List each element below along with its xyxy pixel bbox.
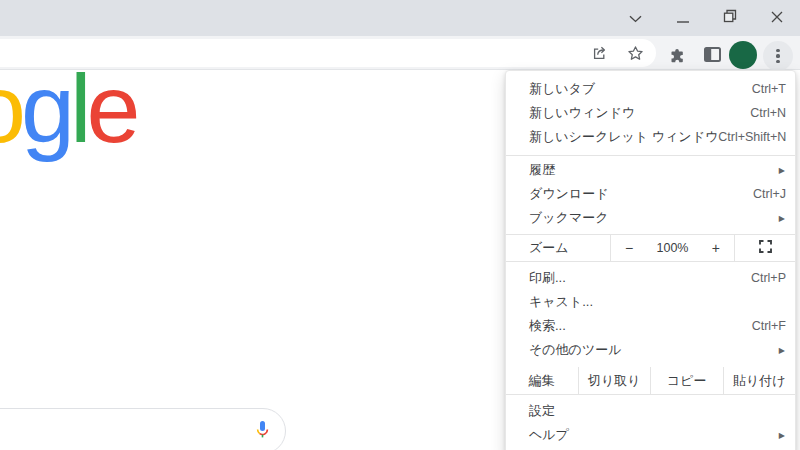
menu-item-label: ブックマーク xyxy=(529,209,779,227)
menu-item-settings[interactable]: 設定 xyxy=(506,399,795,423)
menu-item-label: キャスト... xyxy=(529,293,786,311)
share-icon[interactable] xyxy=(592,45,609,65)
menu-zoom-row: ズーム − 100% + xyxy=(506,234,795,262)
menu-item-cast[interactable]: キャスト... xyxy=(506,290,795,314)
menu-edit-row: 編集 切り取り コピー 貼り付け xyxy=(506,367,795,395)
submenu-arrow-icon: ▶ xyxy=(779,166,785,175)
menu-item-label: その他のツール xyxy=(529,341,779,359)
fullscreen-icon xyxy=(759,240,772,256)
menu-section-new: 新しいタブ Ctrl+T 新しいウィンドウ Ctrl+N 新しいシークレット ウ… xyxy=(506,71,795,155)
menu-item-label: 設定 xyxy=(529,402,786,420)
chevron-down-icon xyxy=(629,9,642,27)
menu-kebab-button[interactable] xyxy=(763,41,793,71)
menu-item-label: 新しいシークレット ウィンドウ xyxy=(529,128,718,146)
voice-search-mic-icon[interactable] xyxy=(255,420,270,441)
restore-icon xyxy=(723,9,737,27)
submenu-arrow-icon: ▶ xyxy=(779,431,785,440)
google-search-box[interactable] xyxy=(0,408,286,450)
logo-letter-l: l xyxy=(70,54,87,163)
zoom-controls: − 100% + xyxy=(611,235,735,261)
restore-button[interactable] xyxy=(706,0,753,36)
menu-item-print[interactable]: 印刷... Ctrl+P xyxy=(506,266,795,290)
logo-letter-g: g xyxy=(21,54,70,163)
window-controls xyxy=(612,0,800,36)
menu-item-downloads[interactable]: ダウンロード Ctrl+J xyxy=(506,182,795,206)
shortcut-label: Ctrl+P xyxy=(751,271,786,285)
logo-letter-o: o xyxy=(0,54,21,163)
paste-button[interactable]: 貼り付け xyxy=(723,367,796,394)
zoom-out-button[interactable]: − xyxy=(625,240,633,256)
shortcut-label: Ctrl+T xyxy=(752,82,786,96)
menu-section-actions: 印刷... Ctrl+P キャスト... 検索... Ctrl+F その他のツー… xyxy=(506,262,795,367)
copy-button[interactable]: コピー xyxy=(650,367,723,394)
menu-item-more-tools[interactable]: その他のツール ▶ xyxy=(506,338,795,362)
zoom-level-value: 100% xyxy=(657,241,689,255)
menu-item-label: 履歴 xyxy=(529,161,779,179)
menu-item-find[interactable]: 検索... Ctrl+F xyxy=(506,314,795,338)
zoom-in-button[interactable]: + xyxy=(712,240,720,256)
extensions-puzzle-icon[interactable] xyxy=(669,48,685,64)
close-icon xyxy=(771,9,783,27)
submenu-arrow-icon: ▶ xyxy=(779,346,785,355)
edit-label: 編集 xyxy=(506,367,578,394)
menu-item-label: 新しいウィンドウ xyxy=(529,104,750,122)
menu-item-label: ヘルプ xyxy=(529,426,779,444)
menu-item-label: 新しいタブ xyxy=(529,80,752,98)
bookmark-star-icon[interactable] xyxy=(627,45,644,66)
menu-item-new-incognito-window[interactable]: 新しいシークレット ウィンドウ Ctrl+Shift+N xyxy=(506,125,795,149)
submenu-arrow-icon: ▶ xyxy=(779,214,785,223)
side-panel-icon[interactable] xyxy=(704,47,721,62)
three-dot-icon xyxy=(776,49,779,64)
google-logo-partial: ogle xyxy=(0,59,135,159)
menu-item-help[interactable]: ヘルプ ▶ xyxy=(506,423,795,447)
fullscreen-button[interactable] xyxy=(735,235,795,261)
shortcut-label: Ctrl+F xyxy=(752,319,786,333)
tab-search-button[interactable] xyxy=(612,0,659,36)
menu-item-label: 印刷... xyxy=(529,269,751,287)
close-button[interactable] xyxy=(753,0,800,36)
minimize-button[interactable] xyxy=(659,0,706,36)
menu-item-new-window[interactable]: 新しいウィンドウ Ctrl+N xyxy=(506,101,795,125)
shortcut-label: Ctrl+J xyxy=(753,187,786,201)
menu-item-bookmarks[interactable]: ブックマーク ▶ xyxy=(506,206,795,230)
chrome-window: ogle 新しいタブ Ctrl+T 新しいウィンドウ Ctrl+N 新しいシーク… xyxy=(0,0,800,450)
menu-item-new-tab[interactable]: 新しいタブ Ctrl+T xyxy=(506,77,795,101)
profile-avatar[interactable] xyxy=(729,41,757,69)
shortcut-label: Ctrl+N xyxy=(750,106,786,120)
chrome-main-menu: 新しいタブ Ctrl+T 新しいウィンドウ Ctrl+N 新しいシークレット ウ… xyxy=(505,70,796,450)
shortcut-label: Ctrl+Shift+N xyxy=(718,130,786,144)
menu-section-nav: 履歴 ▶ ダウンロード Ctrl+J ブックマーク ▶ xyxy=(506,156,795,234)
zoom-label: ズーム xyxy=(506,235,611,261)
logo-letter-e: e xyxy=(86,54,135,163)
cut-button[interactable]: 切り取り xyxy=(578,367,651,394)
minimize-icon xyxy=(677,9,689,27)
menu-item-label: 検索... xyxy=(529,317,752,335)
menu-section-bottom: 設定 ヘルプ ▶ xyxy=(506,395,795,450)
menu-item-label: ダウンロード xyxy=(529,185,753,203)
menu-item-history[interactable]: 履歴 ▶ xyxy=(506,158,795,182)
title-bar xyxy=(0,0,800,36)
